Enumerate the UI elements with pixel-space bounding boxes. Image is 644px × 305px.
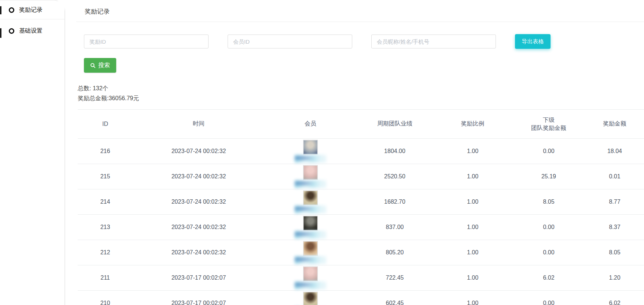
- col-header-time: 时间: [133, 110, 265, 138]
- cell-reward: 18.04: [585, 138, 644, 164]
- cell-id: 216: [78, 138, 133, 164]
- cell-team-performance: 1682.70: [356, 189, 433, 214]
- cell-sub-reward: 6.02: [512, 265, 585, 290]
- page-title: 奖励记录: [76, 0, 644, 22]
- member-cell: [265, 266, 356, 289]
- member-cell: [265, 216, 356, 239]
- cell-member: [265, 290, 356, 305]
- cell-team-performance: 602.45: [356, 290, 433, 305]
- cell-ratio: 1.00: [433, 265, 512, 290]
- search-button[interactable]: 搜索: [84, 58, 116, 73]
- member-avatar: [303, 140, 318, 155]
- cell-time: 2023-07-17 00:02:07: [133, 290, 265, 305]
- rewards-table: ID 时间 会员 周期团队业绩 奖励比例 下级 团队奖励金额 奖励金额 2162…: [78, 110, 644, 305]
- cell-reward: 8.05: [585, 240, 644, 265]
- member-cell: [265, 241, 356, 264]
- main-content: 奖励记录 导出表格 搜索 总数: 132个 奖励总金额:36056.79元: [65, 0, 644, 305]
- member-avatar-image: [303, 242, 317, 255]
- table-header: ID 时间 会员 周期团队业绩 奖励比例 下级 团队奖励金额 奖励金额: [78, 110, 644, 138]
- sidebar-item-basic-settings[interactable]: 基础设置: [0, 22, 65, 40]
- edge-mark: [0, 6, 1, 14]
- col-header-sub-reward-line1: 下级: [512, 116, 585, 124]
- cell-member: [265, 214, 356, 240]
- cell-member: [265, 164, 356, 189]
- cell-time: 2023-07-24 00:02:32: [133, 214, 265, 240]
- col-header-ratio: 奖励比例: [433, 110, 512, 138]
- cell-team-performance: 722.45: [356, 265, 433, 290]
- cell-ratio: 1.00: [433, 164, 512, 189]
- cell-member: [265, 240, 356, 265]
- table-row: 2122023-07-24 00:02:32805.201.000.008.05: [78, 240, 644, 265]
- cell-time: 2023-07-24 00:02:32: [133, 189, 265, 214]
- member-avatar: [303, 165, 318, 180]
- reward-id-input[interactable]: [84, 35, 209, 48]
- summary-block: 总数: 132个 奖励总金额:36056.79元: [78, 83, 644, 103]
- total-amount-line: 奖励总金额:36056.79元: [78, 93, 644, 103]
- cell-id: 213: [78, 214, 133, 240]
- sidebar-item-label: 奖励记录: [19, 6, 43, 14]
- cell-sub-reward: 0.00: [512, 138, 585, 164]
- cell-team-performance: 2520.50: [356, 164, 433, 189]
- filter-bar: 导出表格: [84, 34, 644, 49]
- member-name-blurred: [295, 206, 326, 213]
- cell-ratio: 1.00: [433, 290, 512, 305]
- table-row: 2152023-07-24 00:02:322520.501.0025.190.…: [78, 164, 644, 189]
- col-header-sub-reward-line2: 团队奖励金额: [512, 124, 585, 132]
- total-count-line: 总数: 132个: [78, 83, 644, 93]
- cell-sub-reward: 8.05: [512, 189, 585, 214]
- member-keyword-input[interactable]: [371, 35, 496, 48]
- member-avatar: [303, 292, 318, 305]
- member-name-blurred: [295, 231, 326, 239]
- sidebar: 奖励记录 基础设置: [0, 0, 65, 305]
- cell-member: [265, 189, 356, 214]
- search-icon: [90, 63, 96, 68]
- cell-team-performance: 805.20: [356, 240, 433, 265]
- search-button-label: 搜索: [98, 62, 110, 69]
- cell-team-performance: 837.00: [356, 214, 433, 240]
- member-cell: [265, 190, 356, 213]
- export-button[interactable]: 导出表格: [515, 34, 551, 49]
- member-avatar: [303, 190, 318, 205]
- table-row: 2132023-07-24 00:02:32837.001.000.008.37: [78, 214, 644, 240]
- cell-sub-reward: 0.00: [512, 290, 585, 305]
- cell-time: 2023-07-24 00:02:32: [133, 164, 265, 189]
- cell-member: [265, 265, 356, 290]
- cell-time: 2023-07-24 00:02:32: [133, 138, 265, 164]
- cell-id: 211: [78, 265, 133, 290]
- edge-mark: [0, 28, 1, 38]
- col-header-sub-reward: 下级 团队奖励金额: [512, 110, 585, 138]
- member-avatar: [303, 241, 318, 256]
- cell-member: [265, 138, 356, 164]
- table-row: 2102023-07-17 00:02:07602.451.000.006.02: [78, 290, 644, 305]
- search-row: 搜索: [84, 58, 644, 73]
- member-avatar-image: [303, 166, 317, 179]
- cell-ratio: 1.00: [433, 138, 512, 164]
- circle-icon: [9, 7, 14, 13]
- cell-id: 215: [78, 164, 133, 189]
- total-amount-value: 36056.79元: [108, 95, 139, 101]
- col-header-member: 会员: [265, 110, 356, 138]
- cell-team-performance: 1804.00: [356, 138, 433, 164]
- cell-reward: 6.02: [585, 290, 644, 305]
- sidebar-item-reward-records[interactable]: 奖励记录: [0, 1, 65, 19]
- total-amount-label: 奖励总金额:: [78, 95, 108, 101]
- member-id-input[interactable]: [228, 35, 352, 48]
- total-count-value: 132个: [93, 85, 108, 91]
- member-cell: [265, 165, 356, 188]
- member-cell: [265, 140, 356, 163]
- cell-time: 2023-07-17 00:02:07: [133, 265, 265, 290]
- cell-id: 214: [78, 189, 133, 214]
- app-window: 奖励记录 基础设置 奖励记录 导出表格 搜索 总数:: [0, 0, 644, 305]
- cell-reward: 0.01: [585, 164, 644, 189]
- member-avatar: [303, 266, 318, 281]
- cell-time: 2023-07-24 00:02:32: [133, 240, 265, 265]
- table-row: 2142023-07-24 00:02:321682.701.008.058.7…: [78, 189, 644, 214]
- member-name-blurred: [295, 155, 326, 163]
- col-header-id: ID: [78, 110, 133, 138]
- table-row: 2162023-07-24 00:02:321804.001.000.0018.…: [78, 138, 644, 164]
- table-row: 2112023-07-17 00:02:07722.451.006.021.20: [78, 265, 644, 290]
- sidebar-item-label: 基础设置: [19, 27, 43, 35]
- table-body: 2162023-07-24 00:02:321804.001.000.0018.…: [78, 138, 644, 305]
- cell-ratio: 1.00: [433, 189, 512, 214]
- cell-sub-reward: 0.00: [512, 240, 585, 265]
